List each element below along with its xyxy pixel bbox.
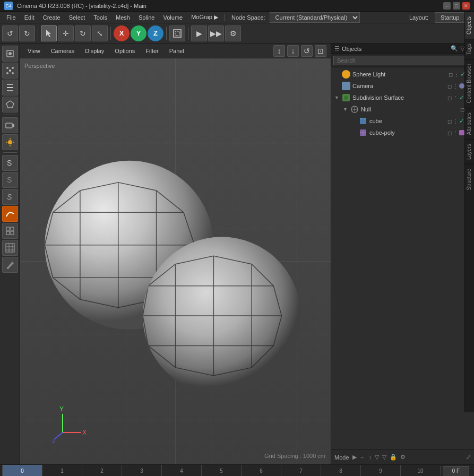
mode-expand-icon[interactable]: ⤢ (466, 454, 471, 461)
obj-search-icon[interactable]: 🔍 (451, 45, 458, 52)
vtab-objects[interactable]: Objects (465, 12, 474, 39)
tl-tick-6[interactable]: 6 (241, 465, 281, 476)
cp-vis-icon[interactable]: ◻ (447, 130, 452, 136)
mode-arrow-right[interactable]: ▶ (352, 454, 357, 461)
vtab-tags[interactable]: Tags (465, 39, 474, 59)
vtab-content-browser[interactable]: Content Browser (465, 59, 474, 107)
tl-tick-1[interactable]: 1 (42, 465, 82, 476)
grid-button-1[interactable] (2, 223, 18, 239)
tl-tick-3[interactable]: 3 (122, 465, 161, 476)
vp-menu-options[interactable]: Options (111, 47, 138, 55)
expand-arrow-null[interactable]: ▼ (343, 107, 348, 112)
select-tool-button[interactable] (41, 25, 57, 41)
axis-x-button[interactable]: X (114, 25, 130, 41)
sl-vis-icon[interactable]: ◻ (449, 72, 453, 77)
menu-mesh[interactable]: Mesh (111, 13, 134, 22)
camera-button[interactable] (2, 117, 18, 133)
mode-filter-icon[interactable]: ▽ (375, 454, 379, 461)
polygon-mode-button[interactable] (2, 97, 18, 112)
tl-tick-9[interactable]: 9 (360, 465, 400, 476)
menu-mograp[interactable]: MoGrap ▶ (187, 13, 222, 22)
undo-button[interactable]: ↺ (2, 25, 18, 41)
sd-check-icon[interactable]: ✓ (459, 94, 464, 101)
sl-dots-icon[interactable]: ⋮ (454, 72, 459, 77)
mode-arrow-up[interactable]: ↑ (369, 454, 372, 461)
vtab-attributes[interactable]: Attributes (465, 108, 474, 139)
obj-filter-icon[interactable]: ▽ (460, 45, 464, 52)
close-button[interactable]: ✕ (462, 2, 470, 10)
vtab-layers[interactable]: Layers (465, 139, 474, 164)
vp-btn-2[interactable]: ↓ (287, 45, 299, 57)
cube-check-icon[interactable]: ✓ (459, 117, 464, 125)
sd-vis-icon[interactable]: ◻ (447, 95, 452, 101)
render-region-button[interactable] (169, 25, 185, 41)
vp-menu-cameras[interactable]: Cameras (48, 47, 78, 55)
cam-vis-icon[interactable]: ◻ (447, 83, 452, 89)
viewport-canvas[interactable]: Perspective X Y Z Grid Spacing : 1000 cm (20, 58, 331, 464)
objects-search-input[interactable] (333, 56, 472, 65)
tl-tick-7[interactable]: 7 (281, 465, 321, 476)
minimize-button[interactable]: ─ (443, 2, 451, 10)
cam-dots-icon[interactable]: ⋮ (453, 83, 458, 89)
vp-menu-filter[interactable]: Filter (142, 47, 161, 55)
menu-file[interactable]: File (2, 13, 20, 22)
cp-dots-icon[interactable]: ⋮ (453, 130, 458, 136)
menu-create[interactable]: Create (39, 13, 65, 22)
mode-arrow-left[interactable]: ← (360, 454, 366, 461)
shape-button-3[interactable]: S (2, 189, 18, 205)
tl-tick-8[interactable]: 8 (321, 465, 360, 476)
mode-filter2-icon[interactable]: ▽ (382, 454, 386, 461)
menu-tools[interactable]: Tools (89, 13, 111, 22)
grid-button-2[interactable] (2, 240, 18, 256)
obj-row-cube-poly[interactable]: cube-poly ◻ ⋮ (332, 127, 473, 139)
obj-row-camera[interactable]: Camera ◻ ⋮ (332, 80, 473, 92)
vp-menu-display[interactable]: Display (82, 47, 107, 55)
current-frame-input[interactable] (443, 466, 469, 475)
vp-btn-3[interactable]: ↺ (301, 45, 313, 57)
tl-tick-4[interactable]: 4 (161, 465, 201, 476)
tl-tick-0[interactable]: 0 (2, 465, 42, 476)
node-space-dropdown[interactable]: Current (Standard/Physical) (270, 12, 360, 23)
move-tool-button[interactable]: ✛ (58, 25, 74, 41)
cube-dots-icon[interactable]: ⋮ (453, 118, 458, 124)
spline-button[interactable] (2, 206, 18, 222)
edges-mode-button[interactable] (2, 80, 18, 96)
tl-tick-5[interactable]: 5 (201, 465, 241, 476)
obj-row-sphere-light[interactable]: Sphere Light ◻ ⋮ ✓ (332, 68, 473, 80)
null-vis-icon[interactable]: ◻ (460, 107, 464, 112)
cube-vis-icon[interactable]: ◻ (447, 118, 452, 124)
vp-menu-panel[interactable]: Panel (166, 47, 187, 55)
menu-spline[interactable]: Spline (134, 13, 159, 22)
tl-tick-10[interactable]: 10 (400, 465, 440, 476)
objects-tab-label[interactable]: Objects (342, 46, 361, 52)
obj-row-subdivision[interactable]: ▼ Subdivision Surface ◻ ⋮ ✓ (332, 92, 473, 103)
vtab-structure[interactable]: Structure (465, 164, 474, 195)
mode-lock-icon[interactable]: 🔒 (390, 454, 397, 461)
points-mode-button[interactable] (2, 63, 18, 79)
vp-menu-view[interactable]: View (24, 47, 44, 55)
shape-button-1[interactable]: S (2, 155, 18, 171)
vp-btn-1[interactable]: ↕ (273, 45, 285, 57)
render-settings-button[interactable]: ⚙ (225, 25, 241, 41)
obj-row-cube[interactable]: cube ◻ ⋮ ✓ (332, 115, 473, 127)
object-mode-button[interactable] (2, 46, 18, 62)
redo-button[interactable]: ↻ (19, 25, 35, 41)
menu-edit[interactable]: Edit (20, 13, 39, 22)
render-to-picture-button[interactable]: ▶▶ (208, 25, 224, 41)
mode-settings-icon[interactable]: ⚙ (400, 454, 406, 461)
obj-row-null[interactable]: ▼ Null ◻ ⋮ (332, 103, 473, 115)
axis-y-button[interactable]: Y (131, 25, 146, 41)
vp-btn-4[interactable]: ⊡ (315, 45, 326, 57)
scale-tool-button[interactable]: ⤡ (92, 25, 108, 41)
menu-volume[interactable]: Volume (159, 13, 187, 22)
axis-z-button[interactable]: Z (148, 25, 163, 41)
knife-button[interactable] (2, 257, 18, 273)
menu-select[interactable]: Select (65, 13, 90, 22)
expand-arrow-subdiv[interactable]: ▼ (334, 95, 340, 100)
sd-dots-icon[interactable]: ⋮ (453, 95, 458, 101)
tl-tick-2[interactable]: 2 (82, 465, 122, 476)
rotate-tool-button[interactable]: ↻ (75, 25, 91, 41)
obj-header-menu-icon[interactable]: ☰ (334, 45, 340, 52)
shape-button-2[interactable]: S (2, 172, 18, 188)
light-button[interactable] (2, 134, 18, 150)
